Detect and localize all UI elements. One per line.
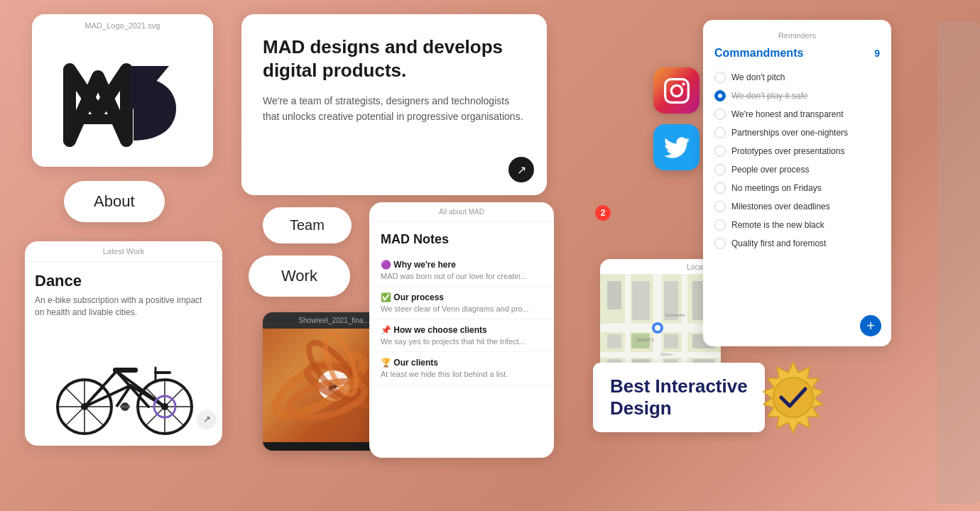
svg-rect-32: [607, 281, 621, 309]
work-arrow-button[interactable]: ↗: [197, 410, 217, 429]
reminder-radio[interactable]: [714, 201, 726, 212]
award-line2: Design: [610, 397, 748, 419]
svg-rect-35: [607, 334, 621, 348]
svg-point-45: [655, 325, 660, 331]
reminder-radio[interactable]: [714, 182, 726, 194]
note-item-title: 🟣 Why we're here: [381, 260, 543, 270]
careers-badge: 2: [595, 205, 611, 221]
note-item[interactable]: 🏆 Our clients At least we hide this list…: [369, 352, 554, 385]
mad-intro-desc: We're a team of strategists, designers a…: [263, 93, 526, 125]
reminders-card: Reminders Commandments 9 We don't pitch …: [703, 20, 891, 346]
reminder-item[interactable]: We don't pitch: [714, 68, 880, 87]
award-seal: [754, 358, 832, 436]
reminder-radio[interactable]: [714, 238, 726, 249]
reminders-title: Commandments: [714, 47, 803, 60]
intro-arrow-button[interactable]: ↗: [508, 157, 534, 182]
note-item[interactable]: 📌 How we choose clients We say yes to pr…: [369, 319, 554, 352]
reminder-item[interactable]: Prototypes over presentations: [714, 142, 880, 160]
award-container: Best Interactive Design: [593, 358, 832, 436]
reminder-text: People over process: [731, 165, 809, 175]
reminder-text: Milestones over deadlines: [731, 202, 830, 211]
bike-illustration: ↗: [25, 336, 222, 435]
note-item-title: 🏆 Our clients: [381, 358, 543, 368]
reminder-item[interactable]: No meetings on Fridays: [714, 179, 880, 197]
team-button[interactable]: Team: [263, 207, 352, 243]
reminder-item[interactable]: We're honest and transparent: [714, 105, 880, 123]
note-item-desc: At least we hide this list behind a list…: [381, 370, 543, 378]
notes-title: MAD Notes: [369, 222, 554, 254]
reminder-radio[interactable]: [714, 127, 726, 138]
reminder-radio[interactable]: [714, 164, 726, 175]
reminder-radio[interactable]: [714, 72, 726, 83]
reminder-radio[interactable]: [714, 90, 726, 101]
note-item-desc: MAD was born out of our love for creatin…: [381, 272, 543, 280]
reminder-text: Partnerships over one-nighters: [731, 128, 848, 138]
reminders-add-button[interactable]: +: [860, 315, 881, 336]
reminder-text: We're honest and transparent: [731, 109, 844, 119]
svg-text:Schwedler: Schwedler: [665, 313, 685, 317]
reminder-radio[interactable]: [714, 145, 726, 157]
mad-logo-svg: [59, 35, 187, 160]
dance-title: Dance: [35, 272, 212, 290]
twitter-button[interactable]: [653, 124, 699, 170]
mad-intro-card: MAD designs and develops digital product…: [241, 14, 547, 195]
note-item-title: ✅ Our process: [381, 292, 543, 302]
work-button[interactable]: Work: [249, 256, 350, 297]
svg-text:Jasper's: Jasper's: [636, 337, 654, 343]
notes-items-container: 🟣 Why we're here MAD was born out of our…: [369, 254, 554, 385]
right-shadow: [937, 21, 980, 504]
note-item[interactable]: 🟣 Why we're here MAD was born out of our…: [369, 254, 554, 287]
reminder-item[interactable]: Remote is the new black: [714, 216, 880, 234]
latest-work-card: Latest Work Dance An e-bike subscription…: [25, 241, 222, 446]
mad-notes-card: All about MAD MAD Notes 🟣 Why we're here…: [369, 202, 554, 458]
notes-card-header: All about MAD: [369, 202, 554, 222]
latest-work-header: Latest Work: [25, 241, 222, 262]
reminder-text: We don't pitch: [731, 72, 785, 82]
svg-rect-31: [632, 281, 650, 320]
reminder-item[interactable]: Partnerships over one-nighters: [714, 123, 880, 142]
reminder-text: We don't play it safe: [731, 91, 807, 101]
mad-intro-title: MAD designs and develops digital product…: [263, 35, 526, 82]
svg-rect-37: [664, 334, 678, 348]
note-item-desc: We say yes to projects that hit the trif…: [381, 337, 543, 346]
reminder-item[interactable]: We don't play it safe: [714, 87, 880, 105]
reminder-text: Prototypes over presentations: [731, 146, 844, 156]
reminder-item[interactable]: Quality first and foremost: [714, 234, 880, 253]
about-button[interactable]: About: [64, 181, 165, 222]
note-item-desc: We steer clear of Venn diagrams and pro.…: [381, 304, 543, 313]
reminders-title-row: Commandments 9: [714, 47, 880, 60]
reminders-count: 9: [874, 48, 880, 59]
svg-rect-14: [113, 368, 138, 373]
mad-logo-card: MAD_Logo_2021.svg: [32, 14, 213, 167]
reminder-item[interactable]: Milestones over deadlines: [714, 197, 880, 216]
note-item-title: 📌 How we choose clients: [381, 325, 543, 335]
note-item[interactable]: ✅ Our process We steer clear of Venn dia…: [369, 287, 554, 319]
logo-filename: MAD_Logo_2021.svg: [85, 21, 160, 30]
reminder-radio[interactable]: [714, 109, 726, 120]
award-line1: Best Interactive: [610, 375, 748, 397]
award-text-box: Best Interactive Design: [593, 363, 765, 432]
main-container: MAD_Logo_2021.svg About Latest Work Danc…: [0, 0, 980, 511]
reminder-item[interactable]: People over process: [714, 160, 880, 179]
dance-desc: An e-bike subscription with a positive i…: [35, 295, 212, 319]
reminders-header: Reminders: [714, 31, 880, 40]
reminder-text: No meetings on Fridays: [731, 183, 822, 193]
latest-work-content: Dance An e-bike subscription with a posi…: [25, 262, 222, 336]
svg-point-50: [773, 378, 813, 417]
reminders-list: We don't pitch We don't play it safe We'…: [714, 68, 880, 253]
instagram-button[interactable]: [653, 67, 699, 114]
svg-text:Zions...: Zions...: [660, 352, 675, 356]
reminder-text: Remote is the new black: [731, 220, 824, 230]
reminder-radio[interactable]: [714, 219, 726, 231]
reminder-text: Quality first and foremost: [731, 238, 826, 248]
